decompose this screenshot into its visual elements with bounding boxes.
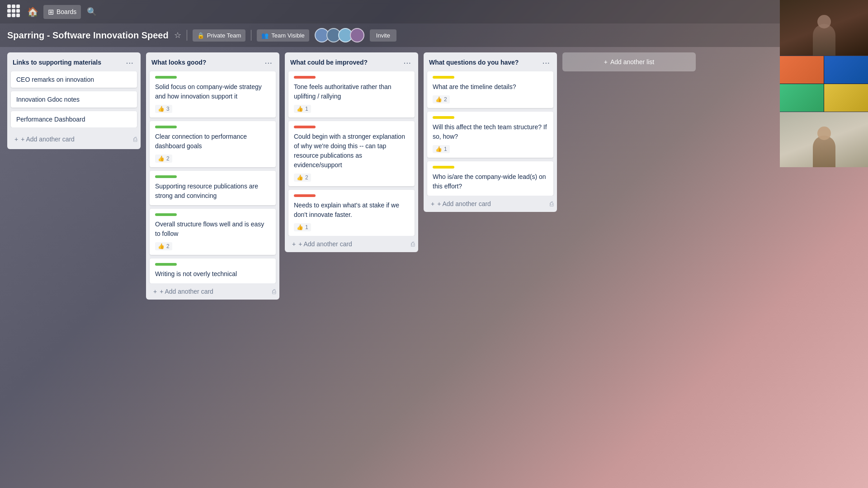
video-tile-2[interactable]: [780, 56, 868, 112]
card-overall-structure[interactable]: Overall structure flows well and is easy…: [150, 209, 276, 255]
vg-cell-4: [824, 84, 868, 112]
add-icon: +: [14, 136, 18, 143]
list-menu-button-improved[interactable]: ···: [401, 57, 413, 68]
list-menu-button-links[interactable]: ···: [124, 57, 135, 68]
card-label-green: [155, 263, 177, 266]
thumb-icon: 👍: [435, 96, 442, 103]
card-likes[interactable]: 👍 1: [433, 145, 450, 153]
card-text: Supporting resource publications are str…: [155, 182, 270, 201]
card-text: Performance Dashboard: [16, 116, 85, 123]
add-card-button-improved[interactable]: + + Add another card: [288, 238, 411, 250]
invite-button[interactable]: Invite: [370, 29, 396, 42]
board-header: Sparring - Software Innovation Speed ☆ 🔒…: [0, 23, 868, 47]
card-tone[interactable]: Tone feels authoritative rather than upl…: [288, 71, 415, 117]
card-text: Could begin with a stronger explanation …: [294, 132, 409, 170]
card-footer: 👍 2: [433, 95, 548, 103]
print-icon-improved[interactable]: ⎙: [411, 240, 415, 248]
card-text: Writing is not overly technical: [155, 269, 270, 279]
print-icon-looks-good[interactable]: ⎙: [272, 288, 276, 295]
card-label-yellow: [433, 166, 454, 169]
likes-count: 2: [305, 174, 308, 181]
list-footer-questions: + + Add another card ⎙: [424, 197, 557, 212]
cards-questions: What are the timeline details? 👍 2 Will …: [424, 71, 557, 196]
card-performance-dashboard[interactable]: Performance Dashboard: [11, 111, 137, 127]
add-card-label: + Add another card: [160, 288, 213, 295]
thumb-icon: 👍: [158, 155, 165, 162]
thumb-icon: 👍: [297, 106, 303, 112]
list-title-looks-good: What looks good?: [151, 59, 206, 66]
card-likes[interactable]: 👍 1: [294, 105, 311, 113]
list-header-links: Links to supporting materials ···: [7, 52, 141, 71]
card-text: What are the timeline details?: [433, 82, 548, 92]
card-solid-focus[interactable]: Solid focus on company-wide strategy and…: [150, 71, 276, 117]
grid-menu-icon[interactable]: [7, 5, 22, 19]
card-text: Will this affect the tech team structure…: [433, 122, 548, 141]
add-list-button[interactable]: + Add another list: [562, 52, 696, 71]
add-card-button-questions[interactable]: + + Add another card: [427, 197, 550, 210]
list-title-links: Links to supporting materials: [13, 59, 101, 66]
video-tile-1[interactable]: [780, 0, 868, 56]
likes-count: 1: [444, 146, 447, 152]
card-stronger-explanation[interactable]: Could begin with a stronger explanation …: [288, 121, 415, 186]
card-text: Needs to explain what's at stake if we d…: [294, 201, 409, 220]
card-innovation-gdoc[interactable]: Innovation Gdoc notes: [11, 91, 137, 108]
add-card-label: + Add another card: [298, 240, 352, 248]
card-footer: 👍 2: [155, 242, 270, 250]
likes-count: 3: [166, 106, 170, 112]
star-icon: ☆: [174, 31, 181, 40]
card-footer: 👍 2: [294, 174, 409, 182]
card-timeline[interactable]: What are the timeline details? 👍 2: [427, 71, 553, 108]
card-supporting-resource[interactable]: Supporting resource publications are str…: [150, 171, 276, 205]
print-icon-questions[interactable]: ⎙: [550, 200, 553, 207]
board-title: Sparring - Software Innovation Speed: [7, 30, 169, 41]
list-questions: What questions do you have? ··· What are…: [424, 52, 557, 212]
card-likes[interactable]: 👍 2: [433, 95, 450, 103]
boards-button[interactable]: ⊞ Boards: [43, 5, 81, 19]
card-clear-connection[interactable]: Clear connection to performance dashboar…: [150, 121, 276, 167]
lock-icon: 🔒: [197, 32, 204, 39]
list-footer-improved: + + Add another card ⎙: [285, 238, 418, 252]
card-text: Clear connection to performance dashboar…: [155, 132, 270, 151]
home-icon[interactable]: 🏠: [25, 5, 40, 19]
team-visible-button[interactable]: 👥 Team Visible: [257, 29, 309, 42]
list-header-questions: What questions do you have? ···: [424, 52, 557, 71]
boards-label: Boards: [57, 8, 76, 15]
card-likes[interactable]: 👍 1: [294, 223, 311, 231]
card-likes[interactable]: 👍 2: [155, 155, 172, 163]
card-not-technical[interactable]: Writing is not overly technical: [150, 258, 276, 283]
video-tile-3[interactable]: [780, 112, 868, 168]
list-menu-button-questions[interactable]: ···: [540, 57, 552, 68]
board-content: Links to supporting materials ··· CEO re…: [0, 47, 868, 488]
card-ceo-remarks[interactable]: CEO remarks on innovation: [11, 71, 137, 88]
print-icon-links[interactable]: ⎙: [133, 136, 137, 143]
likes-count: 1: [305, 224, 308, 230]
boards-icon: ⊞: [48, 8, 54, 16]
card-likes[interactable]: 👍 2: [294, 174, 311, 182]
star-button[interactable]: ☆: [174, 30, 181, 40]
vg-cell-1: [780, 56, 824, 84]
card-likes[interactable]: 👍 2: [155, 242, 172, 250]
header-divider-2: [251, 30, 251, 41]
card-footer: 👍 3: [155, 105, 270, 113]
card-company-lead[interactable]: Who is/are the company-wide lead(s) on t…: [427, 161, 553, 196]
card-tech-structure[interactable]: Will this affect the tech team structure…: [427, 112, 553, 158]
member-avatars: [315, 28, 364, 42]
card-likes[interactable]: 👍 3: [155, 105, 172, 113]
list-menu-button-looks-good[interactable]: ···: [263, 57, 274, 68]
card-at-stake[interactable]: Needs to explain what's at stake if we d…: [288, 190, 415, 236]
thumb-icon: 👍: [435, 146, 442, 152]
list-header-improved: What could be improved? ···: [285, 52, 418, 71]
card-footer: 👍 1: [294, 105, 409, 113]
search-icon[interactable]: 🔍: [85, 5, 99, 19]
cards-looks-good: Solid focus on company-wide strategy and…: [146, 71, 279, 283]
video-panel: [780, 0, 868, 167]
add-card-button-links[interactable]: + + Add another card: [11, 133, 133, 145]
avatar-4[interactable]: [350, 28, 364, 42]
add-card-button-looks-good[interactable]: + + Add another card: [150, 285, 272, 298]
team-visible-label: Team Visible: [271, 32, 304, 39]
card-footer: 👍 1: [294, 223, 409, 231]
visibility-button[interactable]: 🔒 Private Team: [193, 29, 246, 42]
navbar: 🏠 ⊞ Boards 🔍 T Trello: [0, 0, 868, 23]
card-text: Solid focus on company-wide strategy and…: [155, 82, 270, 101]
card-footer: 👍 2: [155, 155, 270, 163]
